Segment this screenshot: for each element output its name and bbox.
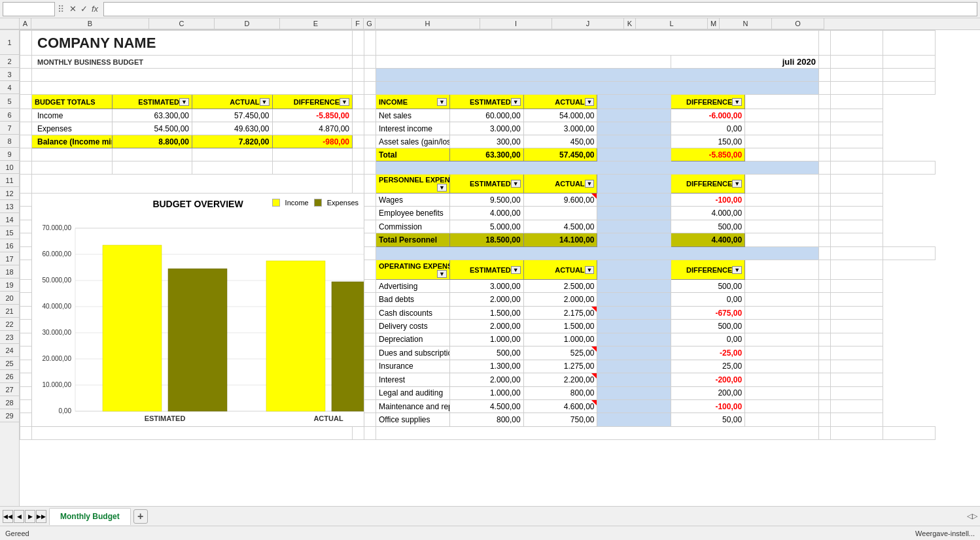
col-header-A[interactable]: A <box>20 18 31 29</box>
cell-F2[interactable] <box>353 56 364 69</box>
office-supplies-label[interactable]: Office supplies <box>376 413 450 427</box>
col-header-O[interactable]: O <box>772 18 824 29</box>
cell-M2[interactable] <box>819 56 831 69</box>
net-sales-estimated[interactable]: 60.000,00 <box>449 109 523 122</box>
row-header-6[interactable]: 6 <box>0 109 19 122</box>
row-header-7[interactable]: 7 <box>0 122 19 135</box>
cell-A3[interactable] <box>20 69 32 82</box>
interest-income-label[interactable]: Interest income <box>376 122 450 135</box>
row-header-28[interactable]: 28 <box>0 396 19 409</box>
row-header-2[interactable]: 2 <box>0 55 19 68</box>
formula-input[interactable] <box>103 2 977 16</box>
cash-discounts-label[interactable]: Cash discounts <box>376 306 450 319</box>
budget-totals-actual[interactable]: ACTUAL ▼ <box>192 95 273 109</box>
row-header-19[interactable]: 19 <box>0 278 19 292</box>
income-actual-val[interactable]: 57.450,00 <box>192 109 273 122</box>
income-difference[interactable]: DIFFERENCE ▼ <box>671 95 745 109</box>
cell-company-name[interactable]: COMPANY NAME <box>32 31 353 56</box>
row-header-11[interactable]: 11 <box>0 174 19 187</box>
bad-debts-label[interactable]: Bad debts <box>376 293 450 306</box>
cell-G2[interactable] <box>364 56 376 69</box>
budget-totals-estimated[interactable]: ESTIMATED ▼ <box>112 95 192 109</box>
row-header-12[interactable]: 12 <box>0 187 19 200</box>
income-row-label[interactable]: Income <box>32 109 113 122</box>
cell-subtitle[interactable]: MONTHLY BUSINESS BUDGET <box>32 56 353 69</box>
sheet-tab-monthly-budget[interactable]: Monthly Budget <box>49 508 131 525</box>
col-header-J[interactable]: J <box>552 18 624 29</box>
row-header-13[interactable]: 13 <box>0 200 19 213</box>
col-header-I[interactable]: I <box>480 18 552 29</box>
col-header-K[interactable]: K <box>624 18 636 29</box>
income-actual[interactable]: ACTUAL ▼ <box>523 95 597 109</box>
col-header-B[interactable]: B <box>31 18 149 29</box>
cell-A1[interactable] <box>20 31 32 56</box>
personnel-label[interactable]: PERSONNEL EXPENSES ▼ <box>376 175 450 194</box>
row-header-27[interactable]: 27 <box>0 383 19 396</box>
row-header-24[interactable]: 24 <box>0 344 19 357</box>
cancel-formula-icon[interactable]: ✕ <box>69 4 77 14</box>
cell-A2[interactable] <box>20 56 32 69</box>
insurance-label[interactable]: Insurance <box>376 360 450 373</box>
col-header-L[interactable]: L <box>636 18 708 29</box>
commission-label[interactable]: Commission <box>376 220 450 233</box>
delivery-label[interactable]: Delivery costs <box>376 320 450 333</box>
income-total-label[interactable]: Total <box>376 148 450 161</box>
interest-label[interactable]: Interest <box>376 373 450 386</box>
row-header-14[interactable]: 14 <box>0 213 19 226</box>
net-sales-actual[interactable]: 54.000,00 <box>523 109 597 122</box>
row-header-8[interactable]: 8 <box>0 135 19 148</box>
operating-label[interactable]: OPERATING EXPENSES ▼ <box>376 260 450 280</box>
cell-O2[interactable] <box>883 56 936 69</box>
row-header-22[interactable]: 22 <box>0 318 19 331</box>
col-header-E[interactable]: E <box>280 18 352 29</box>
estimated-filter[interactable]: ▼ <box>179 98 189 106</box>
cell-ref-input[interactable]: R39 <box>3 2 55 16</box>
nav-next-arrow[interactable]: ▶ <box>25 510 35 523</box>
row-header-9[interactable]: 9 <box>0 148 19 161</box>
emp-benefits-label[interactable]: Employee benefits <box>376 207 450 220</box>
cell-N2[interactable] <box>831 56 883 69</box>
depreciation-label[interactable]: Depreciation <box>376 333 450 346</box>
legal-label[interactable]: Legal and auditing <box>376 386 450 399</box>
cell-M1[interactable] <box>819 31 831 56</box>
income-diff-val[interactable]: -5.850,00 <box>272 109 353 122</box>
cell-G1[interactable] <box>364 31 376 56</box>
row-header-26[interactable]: 26 <box>0 370 19 383</box>
insert-function-icon[interactable]: fx <box>92 4 98 14</box>
nav-first-arrow[interactable]: ◀◀ <box>3 510 13 523</box>
asset-sales-label[interactable]: Asset sales (gain/loss) <box>376 135 450 148</box>
cell-O1[interactable] <box>883 31 936 56</box>
expenses-row-label[interactable]: Expenses <box>32 122 113 135</box>
actual-filter[interactable]: ▼ <box>260 98 270 106</box>
col-header-H[interactable]: H <box>376 18 480 29</box>
cell-H2[interactable] <box>376 56 671 69</box>
difference-filter[interactable]: ▼ <box>340 98 349 106</box>
income-estimated[interactable]: ESTIMATED ▼ <box>449 95 523 109</box>
col-header-D[interactable]: D <box>215 18 280 29</box>
net-sales-label[interactable]: Net sales <box>376 109 450 122</box>
nav-prev-arrow[interactable]: ◀ <box>14 510 24 523</box>
balance-row-label[interactable]: Balance (Income minus Expenses) <box>32 135 113 148</box>
row-header-16[interactable]: 16 <box>0 239 19 252</box>
cell-date[interactable]: juli 2020 <box>671 56 819 69</box>
col-header-F[interactable]: F <box>352 18 364 29</box>
income-estimated-val[interactable]: 63.300,00 <box>112 109 192 122</box>
advertising-label[interactable]: Advertising <box>376 279 450 292</box>
row-header-29[interactable]: 29 <box>0 409 19 422</box>
status-view[interactable]: Weergave-instell... <box>915 530 975 537</box>
row-header-4[interactable]: 4 <box>0 81 19 94</box>
net-sales-diff[interactable]: -6.000,00 <box>671 109 745 122</box>
wages-label[interactable]: Wages <box>376 194 450 207</box>
cell-H1[interactable] <box>376 31 819 56</box>
budget-totals-difference[interactable]: DIFFERENCE ▼ <box>272 95 353 109</box>
row-header-5[interactable]: 5 <box>0 94 19 109</box>
row-header-21[interactable]: 21 <box>0 305 19 318</box>
cell-B3[interactable] <box>32 69 353 82</box>
row-header-20[interactable]: 20 <box>0 292 19 305</box>
row-header-3[interactable]: 3 <box>0 68 19 81</box>
row-header-1[interactable]: 1 <box>0 30 19 55</box>
budget-totals-label[interactable]: BUDGET TOTALS <box>32 95 113 109</box>
row-header-25[interactable]: 25 <box>0 357 19 370</box>
cell-N1[interactable] <box>831 31 883 56</box>
row-header-23[interactable]: 23 <box>0 331 19 344</box>
